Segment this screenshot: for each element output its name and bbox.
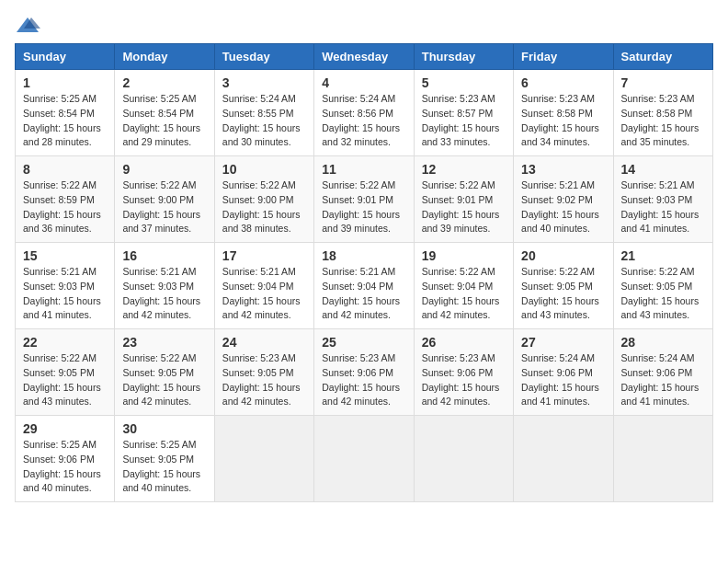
calendar-header-sunday: Sunday <box>16 44 115 70</box>
calendar-cell: 18Sunrise: 5:21 AM Sunset: 9:04 PM Dayli… <box>314 243 414 329</box>
day-info: Sunrise: 5:22 AM Sunset: 9:05 PM Dayligh… <box>122 351 206 409</box>
calendar-cell: 23Sunrise: 5:22 AM Sunset: 9:05 PM Dayli… <box>115 329 214 416</box>
day-info: Sunrise: 5:23 AM Sunset: 8:57 PM Dayligh… <box>422 92 506 150</box>
day-info: Sunrise: 5:22 AM Sunset: 9:01 PM Dayligh… <box>422 178 506 236</box>
day-number: 13 <box>521 162 605 177</box>
day-info: Sunrise: 5:24 AM Sunset: 8:56 PM Dayligh… <box>322 92 405 150</box>
day-info: Sunrise: 5:25 AM Sunset: 9:05 PM Dayligh… <box>122 438 206 496</box>
day-number: 29 <box>23 421 107 436</box>
day-number: 22 <box>23 335 107 350</box>
day-number: 17 <box>222 248 306 263</box>
calendar-cell: 2Sunrise: 5:25 AM Sunset: 8:54 PM Daylig… <box>115 70 214 156</box>
day-number: 10 <box>222 162 306 177</box>
calendar-cell: 21Sunrise: 5:22 AM Sunset: 9:05 PM Dayli… <box>613 243 712 329</box>
calendar-cell: 29Sunrise: 5:25 AM Sunset: 9:06 PM Dayli… <box>16 416 115 502</box>
logo-icon <box>15 16 40 34</box>
day-info: Sunrise: 5:22 AM Sunset: 9:05 PM Dayligh… <box>521 265 605 323</box>
calendar-cell: 20Sunrise: 5:22 AM Sunset: 9:05 PM Dayli… <box>514 243 613 329</box>
page-header <box>15 15 713 34</box>
calendar-cell: 26Sunrise: 5:23 AM Sunset: 9:06 PM Dayli… <box>414 329 513 416</box>
calendar-cell: 5Sunrise: 5:23 AM Sunset: 8:57 PM Daylig… <box>414 70 513 156</box>
day-number: 24 <box>222 335 306 350</box>
calendar-cell: 15Sunrise: 5:21 AM Sunset: 9:03 PM Dayli… <box>16 243 115 329</box>
calendar-header-row: SundayMondayTuesdayWednesdayThursdayFrid… <box>16 44 713 70</box>
day-info: Sunrise: 5:21 AM Sunset: 9:02 PM Dayligh… <box>521 178 605 236</box>
day-number: 21 <box>621 248 705 263</box>
calendar-week-2: 8Sunrise: 5:22 AM Sunset: 8:59 PM Daylig… <box>16 156 713 243</box>
day-info: Sunrise: 5:23 AM Sunset: 8:58 PM Dayligh… <box>521 92 605 150</box>
day-number: 5 <box>422 75 506 90</box>
day-info: Sunrise: 5:21 AM Sunset: 9:03 PM Dayligh… <box>621 178 705 236</box>
calendar-cell: 28Sunrise: 5:24 AM Sunset: 9:06 PM Dayli… <box>613 329 712 416</box>
day-number: 15 <box>23 248 107 263</box>
day-info: Sunrise: 5:21 AM Sunset: 9:03 PM Dayligh… <box>122 265 206 323</box>
day-number: 25 <box>322 335 405 350</box>
calendar-cell: 16Sunrise: 5:21 AM Sunset: 9:03 PM Dayli… <box>115 243 214 329</box>
calendar-cell: 1Sunrise: 5:25 AM Sunset: 8:54 PM Daylig… <box>16 70 115 156</box>
day-info: Sunrise: 5:23 AM Sunset: 9:06 PM Dayligh… <box>322 351 405 409</box>
day-number: 7 <box>621 75 705 90</box>
calendar-cell: 13Sunrise: 5:21 AM Sunset: 9:02 PM Dayli… <box>514 156 613 243</box>
calendar-cell: 17Sunrise: 5:21 AM Sunset: 9:04 PM Dayli… <box>214 243 313 329</box>
calendar-header-wednesday: Wednesday <box>314 44 414 70</box>
day-number: 4 <box>322 75 405 90</box>
calendar-header-thursday: Thursday <box>414 44 513 70</box>
calendar-cell: 24Sunrise: 5:23 AM Sunset: 9:05 PM Dayli… <box>214 329 313 416</box>
calendar-cell: 14Sunrise: 5:21 AM Sunset: 9:03 PM Dayli… <box>613 156 712 243</box>
day-info: Sunrise: 5:21 AM Sunset: 9:04 PM Dayligh… <box>222 265 306 323</box>
calendar-cell <box>314 416 414 502</box>
day-number: 27 <box>521 335 605 350</box>
calendar-cell: 11Sunrise: 5:22 AM Sunset: 9:01 PM Dayli… <box>314 156 414 243</box>
calendar-cell: 7Sunrise: 5:23 AM Sunset: 8:58 PM Daylig… <box>613 70 712 156</box>
day-number: 19 <box>422 248 506 263</box>
calendar-cell: 27Sunrise: 5:24 AM Sunset: 9:06 PM Dayli… <box>514 329 613 416</box>
day-info: Sunrise: 5:25 AM Sunset: 8:54 PM Dayligh… <box>23 92 107 150</box>
day-info: Sunrise: 5:23 AM Sunset: 8:58 PM Dayligh… <box>621 92 705 150</box>
day-number: 8 <box>23 162 107 177</box>
day-info: Sunrise: 5:23 AM Sunset: 9:05 PM Dayligh… <box>222 351 306 409</box>
day-number: 28 <box>621 335 705 350</box>
day-number: 9 <box>122 162 206 177</box>
day-number: 14 <box>621 162 705 177</box>
day-number: 16 <box>122 248 206 263</box>
day-info: Sunrise: 5:24 AM Sunset: 9:06 PM Dayligh… <box>621 351 705 409</box>
logo <box>15 15 44 34</box>
day-info: Sunrise: 5:24 AM Sunset: 9:06 PM Dayligh… <box>521 351 605 409</box>
day-number: 26 <box>422 335 506 350</box>
calendar-cell <box>613 416 712 502</box>
calendar-header-tuesday: Tuesday <box>214 44 313 70</box>
day-info: Sunrise: 5:23 AM Sunset: 9:06 PM Dayligh… <box>422 351 506 409</box>
calendar-cell: 6Sunrise: 5:23 AM Sunset: 8:58 PM Daylig… <box>514 70 613 156</box>
calendar-cell <box>514 416 613 502</box>
calendar-cell: 8Sunrise: 5:22 AM Sunset: 8:59 PM Daylig… <box>16 156 115 243</box>
calendar-cell <box>414 416 513 502</box>
calendar-cell: 9Sunrise: 5:22 AM Sunset: 9:00 PM Daylig… <box>115 156 214 243</box>
calendar-cell <box>214 416 313 502</box>
day-number: 11 <box>322 162 405 177</box>
calendar-week-5: 29Sunrise: 5:25 AM Sunset: 9:06 PM Dayli… <box>16 416 713 502</box>
day-number: 23 <box>122 335 206 350</box>
calendar-table: SundayMondayTuesdayWednesdayThursdayFrid… <box>15 43 713 502</box>
calendar-cell: 25Sunrise: 5:23 AM Sunset: 9:06 PM Dayli… <box>314 329 414 416</box>
calendar-cell: 22Sunrise: 5:22 AM Sunset: 9:05 PM Dayli… <box>16 329 115 416</box>
day-number: 30 <box>122 421 206 436</box>
day-info: Sunrise: 5:21 AM Sunset: 9:04 PM Dayligh… <box>322 265 405 323</box>
calendar-cell: 10Sunrise: 5:22 AM Sunset: 9:00 PM Dayli… <box>214 156 313 243</box>
calendar-cell: 3Sunrise: 5:24 AM Sunset: 8:55 PM Daylig… <box>214 70 313 156</box>
day-number: 20 <box>521 248 605 263</box>
day-info: Sunrise: 5:22 AM Sunset: 9:05 PM Dayligh… <box>621 265 705 323</box>
day-number: 1 <box>23 75 107 90</box>
calendar-header-saturday: Saturday <box>613 44 712 70</box>
day-info: Sunrise: 5:22 AM Sunset: 9:01 PM Dayligh… <box>322 178 405 236</box>
day-number: 18 <box>322 248 405 263</box>
day-number: 2 <box>122 75 206 90</box>
day-info: Sunrise: 5:25 AM Sunset: 9:06 PM Dayligh… <box>23 438 107 496</box>
day-number: 12 <box>422 162 506 177</box>
calendar-cell: 4Sunrise: 5:24 AM Sunset: 8:56 PM Daylig… <box>314 70 414 156</box>
day-info: Sunrise: 5:25 AM Sunset: 8:54 PM Dayligh… <box>122 92 206 150</box>
day-info: Sunrise: 5:22 AM Sunset: 9:00 PM Dayligh… <box>222 178 306 236</box>
day-number: 3 <box>222 75 306 90</box>
calendar-cell: 12Sunrise: 5:22 AM Sunset: 9:01 PM Dayli… <box>414 156 513 243</box>
day-info: Sunrise: 5:22 AM Sunset: 9:00 PM Dayligh… <box>122 178 206 236</box>
day-info: Sunrise: 5:21 AM Sunset: 9:03 PM Dayligh… <box>23 265 107 323</box>
